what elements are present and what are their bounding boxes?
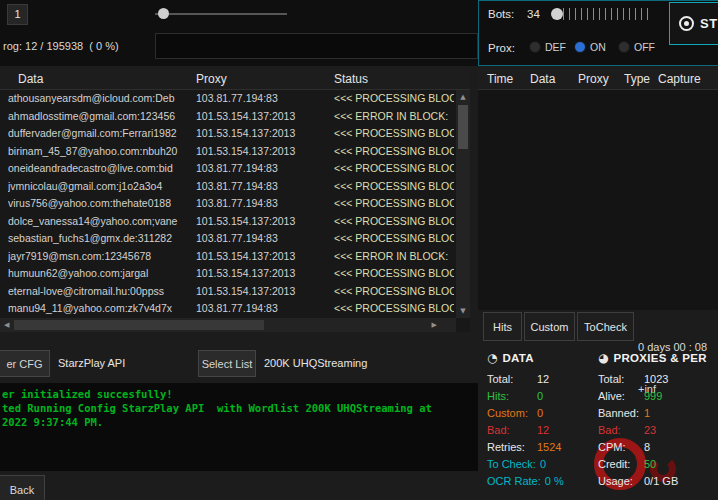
stat-row-total: Total:12 [487,371,564,388]
scroll-up-icon[interactable]: ▲ [456,93,470,101]
cell-data: sebastian_fuchs1@gmx.de:311282 [8,230,192,248]
stat-label: Total: [487,371,533,388]
table-row[interactable]: birinam_45_87@yahoo.com:nbuh20 101.53.15… [0,143,456,161]
data-stats-icon: ◔ [487,351,497,365]
column-header-data[interactable]: Data [18,68,43,90]
cell-proxy: 101.53.154.137:2013 [196,213,330,231]
bots-slider[interactable] [545,5,649,23]
stat-row-cpm: CPM:8 [598,439,678,456]
slider-thumb[interactable] [158,8,169,19]
table-row[interactable]: ahmadlosstime@gmail.com:123456 101.53.15… [0,108,456,126]
table-row[interactable]: sebastian_fuchs1@gmx.de:311282 103.81.77… [0,230,456,248]
table-row[interactable]: dolce_vanessa14@yahoo.com;vane 101.53.15… [0,213,456,231]
horizontal-scrollbar[interactable]: ◀ ▶ [0,318,456,332]
slider-track [155,13,287,15]
tab-custom[interactable]: Custom [524,312,575,341]
cell-proxy: 101.53.154.137:2013 [196,248,330,266]
start-button[interactable]: ST [669,2,718,45]
cell-data: manu94_11@yahoo.com:zk7v4d7x [8,300,192,318]
radio-circle-icon [529,41,541,53]
stat-row-tocheck: To Check:0 [487,456,564,473]
stat-label: Total: [598,371,640,388]
cell-proxy: 103.81.77.194:83 [196,178,330,196]
log-line: ted Running Config StarzPlay API with Wo… [2,401,476,415]
bots-value: 34 [527,8,540,20]
back-button[interactable]: Back [0,475,45,500]
stat-row-proxy-banned: Banned:1 [598,405,678,422]
table-row[interactable]: duffervader@gmail.com:Ferrari1982 101.53… [0,125,456,143]
stat-label: Alive: [598,388,640,405]
cell-status: <<< ERROR IN BLOCK: [334,108,454,126]
stat-row-custom: Custom:0 [487,405,564,422]
table-row[interactable]: virus756@yahoo.com:thehate0188 103.81.77… [0,195,456,213]
prox-label: Prox: [488,42,515,54]
config-name: StarzPlay API [58,357,125,369]
stat-value: 0 [537,407,543,419]
prox-off-radio[interactable]: OFF [618,41,655,53]
scroll-left-icon[interactable]: ◀ [4,321,9,329]
window-number-badge[interactable]: 1 [7,4,28,25]
table-row[interactable]: manu94_11@yahoo.com:zk7v4d7x 103.81.77.1… [0,300,456,318]
prox-on-radio[interactable]: ON [574,41,606,53]
data-stats-header: ◔ DATA [487,351,534,365]
cell-status: <<< ERROR IN BLOCK: [334,248,454,266]
stat-value: 12 [537,424,549,436]
stats-panel: ◔ DATA Total:12 Hits:0 Custom:0 Bad:12 R… [478,345,718,500]
cell-data: dolce_vanessa14@yahoo.com;vane [8,213,192,231]
column-header-proxy[interactable]: Proxy [578,68,609,90]
tab-hits[interactable]: Hits [483,312,522,341]
column-header-proxy[interactable]: Proxy [196,68,227,90]
record-icon [679,16,694,31]
stat-value: 1524 [537,441,561,453]
stat-label: To Check: [487,456,536,473]
cell-proxy: 101.53.154.137:2013 [196,108,330,126]
column-header-type[interactable]: Type [624,68,650,90]
table-row[interactable]: oneideandradecastro@live.com:bid 103.81.… [0,160,456,178]
table-row[interactable]: athousanyearsdm@icloud.com:Deb 103.81.77… [0,90,456,108]
stat-row-ocr: OCR Rate:0 % [487,473,564,490]
column-header-status[interactable]: Status [334,68,368,90]
radio-label: DEF [545,41,566,53]
table-row[interactable]: humuun62@yahoo.com:jargal 101.53.154.137… [0,265,456,283]
bots-slider-thumb[interactable] [551,8,563,20]
tab-tocheck[interactable]: ToCheck [577,312,634,341]
column-header-data[interactable]: Data [530,68,555,90]
stat-label: Bad: [598,422,640,439]
prox-def-radio[interactable]: DEF [529,41,566,53]
column-header-capture[interactable]: Capture [658,68,701,90]
cell-status: <<< PROCESSING BLOCK [334,143,454,161]
horizontal-scrollbar-thumb[interactable] [14,320,264,330]
stat-value: 0 [537,390,543,402]
cell-status: <<< PROCESSING BLOCK [334,160,454,178]
vertical-scrollbar-thumb[interactable] [458,105,468,149]
select-list-button[interactable]: Select List [198,350,256,377]
scroll-down-icon[interactable]: ▼ [456,307,470,315]
config-button[interactable]: er CFG [0,350,50,377]
cell-proxy: 101.53.154.137:2013 [196,143,330,161]
bot-controls-panel: Bots: 34 Prox: DEF ON OFF ST [478,0,718,66]
stat-value: 12 [537,373,549,385]
table-row[interactable]: eternal-love@citromail.hu:00ppss 101.53.… [0,283,456,301]
stat-row-usage: Usage:0/1 GB [598,473,678,490]
vertical-scrollbar[interactable]: ▲ ▼ [456,90,470,318]
stat-row-credit: Credit:50 [598,456,678,473]
column-header-time[interactable]: Time [487,68,513,90]
cell-proxy: 103.81.77.194:83 [196,90,330,108]
hits-grid-header: Time Data Proxy Type Capture [478,68,718,90]
stat-row-proxy-total: Total:1023 [598,371,678,388]
scroll-right-icon[interactable]: ▶ [432,321,437,329]
table-row[interactable]: jayr7919@msn.com:12345678 101.53.154.137… [0,248,456,266]
log-console: er initialized succesfully! ted Running … [0,383,478,471]
radio-circle-icon [618,41,630,53]
cell-proxy: 103.81.77.194:83 [196,230,330,248]
main-slider[interactable] [155,6,287,22]
hits-grid: Time Data Proxy Type Capture [478,68,718,310]
stat-value: 0/1 GB [644,475,678,487]
stat-value: 50 [644,458,656,470]
cell-proxy: 103.81.77.194:83 [196,300,330,318]
table-row[interactable]: jvmnicolau@gmail.com:j1o2a3o4 103.81.77.… [0,178,456,196]
stat-label: Hits: [487,388,533,405]
config-toolbar: er CFG StarzPlay API Select List 200K UH… [0,347,478,381]
stat-value: 8 [644,441,650,453]
radio-label: OFF [634,41,655,53]
